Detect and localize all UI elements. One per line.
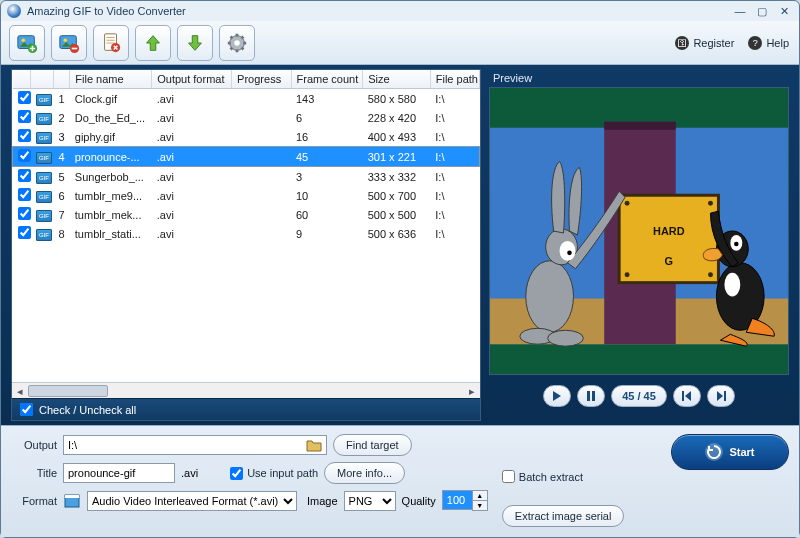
row-index: 1: [53, 89, 69, 109]
check-all-checkbox[interactable]: [20, 403, 33, 416]
play-button[interactable]: [543, 385, 571, 407]
titlebar: Amazing GIF to Video Converter — ▢ ✕: [1, 1, 799, 21]
cell-path: I:\: [430, 167, 479, 187]
format-select[interactable]: Audio Video Interleaved Format (*.avi): [87, 491, 297, 511]
table-row[interactable]: GIF4pronounce-....avi45301 x 221I:\: [13, 147, 480, 167]
more-info-button[interactable]: More info...: [324, 462, 405, 484]
cell-format: .avi: [152, 224, 232, 243]
next-icon: [716, 391, 726, 401]
preview-box: HARD G: [489, 87, 789, 375]
scroll-left-arrow[interactable]: ◂: [12, 383, 28, 399]
cell-frames: 9: [291, 224, 363, 243]
col-format[interactable]: Output format: [152, 70, 232, 89]
row-checkbox[interactable]: [18, 207, 31, 220]
preview-label: Preview: [489, 69, 789, 87]
table-row[interactable]: GIF2Do_the_Ed_....avi6228 x 420I:\: [13, 108, 480, 127]
start-button[interactable]: Start: [671, 434, 789, 470]
file-table-wrap[interactable]: File name Output format Progress Frame c…: [12, 70, 480, 382]
move-up-button[interactable]: [135, 25, 171, 61]
cell-path: I:\: [430, 89, 479, 109]
table-row[interactable]: GIF5Sungerbob_....avi3333 x 332I:\: [13, 167, 480, 187]
window-title: Amazing GIF to Video Converter: [27, 5, 186, 17]
maximize-button[interactable]: ▢: [753, 4, 771, 18]
format-label: Format: [13, 495, 57, 507]
extract-serial-button[interactable]: Extract image serial: [502, 505, 625, 527]
svg-rect-36: [724, 391, 726, 401]
next-frame-button[interactable]: [707, 385, 735, 407]
output-path-input[interactable]: [63, 435, 327, 455]
remove-file-button[interactable]: [51, 25, 87, 61]
quality-input[interactable]: [442, 490, 472, 510]
image-format-select[interactable]: PNG: [344, 491, 396, 511]
row-checkbox[interactable]: [18, 226, 31, 239]
start-icon: [705, 443, 723, 461]
cell-frames: 143: [291, 89, 363, 109]
row-checkbox[interactable]: [18, 188, 31, 201]
row-checkbox[interactable]: [18, 129, 31, 142]
bottom-panel: Output Find target Title .avi: [1, 425, 799, 537]
col-filename[interactable]: File name: [70, 70, 152, 89]
gif-file-icon: GIF: [36, 152, 52, 164]
cell-format: .avi: [152, 89, 232, 109]
register-link[interactable]: ⚿ Register: [675, 36, 734, 50]
cell-path: I:\: [430, 108, 479, 127]
quality-down[interactable]: ▼: [473, 500, 487, 510]
cell-path: I:\: [430, 186, 479, 205]
cell-format: .avi: [152, 108, 232, 127]
use-input-path-checkbox[interactable]: Use input path: [230, 467, 318, 480]
table-row[interactable]: GIF7tumblr_mek....avi60500 x 500I:\: [13, 205, 480, 224]
table-row[interactable]: GIF1Clock.gif.avi143580 x 580I:\: [13, 89, 480, 109]
col-filepath[interactable]: File path: [430, 70, 479, 89]
horizontal-scrollbar[interactable]: ◂ ▸: [12, 382, 480, 398]
add-file-button[interactable]: [9, 25, 45, 61]
cell-progress: [232, 127, 291, 147]
quality-up[interactable]: ▲: [473, 491, 487, 500]
remove-image-icon: [58, 32, 80, 54]
table-row[interactable]: GIF8tumblr_stati....avi9500 x 636I:\: [13, 224, 480, 243]
table-row[interactable]: GIF6tumblr_me9....avi10500 x 700I:\: [13, 186, 480, 205]
col-progress[interactable]: Progress: [232, 70, 291, 89]
pause-button[interactable]: [577, 385, 605, 407]
cell-frames: 16: [291, 127, 363, 147]
cell-progress: [232, 224, 291, 243]
row-checkbox[interactable]: [18, 91, 31, 104]
scroll-right-arrow[interactable]: ▸: [464, 383, 480, 399]
cell-size: 500 x 700: [363, 186, 431, 205]
move-down-button[interactable]: [177, 25, 213, 61]
help-link[interactable]: ? Help: [748, 36, 789, 50]
row-checkbox[interactable]: [18, 149, 31, 162]
svg-point-17: [708, 201, 713, 206]
svg-text:G: G: [665, 255, 673, 267]
add-image-icon: [16, 32, 38, 54]
row-checkbox[interactable]: [18, 169, 31, 182]
svg-text:HARD: HARD: [653, 225, 685, 237]
batch-extract-checkbox[interactable]: Batch extract: [502, 470, 625, 483]
batch-extract-label: Batch extract: [519, 471, 583, 483]
row-index: 2: [53, 108, 69, 127]
row-index: 8: [53, 224, 69, 243]
table-row[interactable]: GIF3giphy.gif.avi16400 x 493I:\: [13, 127, 480, 147]
clear-list-button[interactable]: [93, 25, 129, 61]
col-framecount[interactable]: Frame count: [291, 70, 363, 89]
app-icon: [7, 4, 21, 18]
find-target-button[interactable]: Find target: [333, 434, 412, 456]
settings-button[interactable]: [219, 25, 255, 61]
cell-path: I:\: [430, 147, 479, 167]
svg-rect-34: [592, 391, 595, 401]
title-label: Title: [13, 467, 57, 479]
check-all-row: Check / Uncheck all: [12, 398, 480, 420]
title-input[interactable]: [63, 463, 175, 483]
cell-progress: [232, 186, 291, 205]
minimize-button[interactable]: —: [731, 4, 749, 18]
cell-filename: Sungerbob_...: [70, 167, 152, 187]
prev-frame-button[interactable]: [673, 385, 701, 407]
col-size[interactable]: Size: [363, 70, 431, 89]
scroll-thumb[interactable]: [28, 385, 108, 397]
close-button[interactable]: ✕: [775, 4, 793, 18]
cell-format: .avi: [152, 205, 232, 224]
gif-file-icon: GIF: [36, 172, 52, 184]
preview-image: HARD G: [490, 88, 788, 374]
row-checkbox[interactable]: [18, 110, 31, 123]
gif-file-icon: GIF: [36, 94, 52, 106]
register-label: Register: [693, 37, 734, 49]
